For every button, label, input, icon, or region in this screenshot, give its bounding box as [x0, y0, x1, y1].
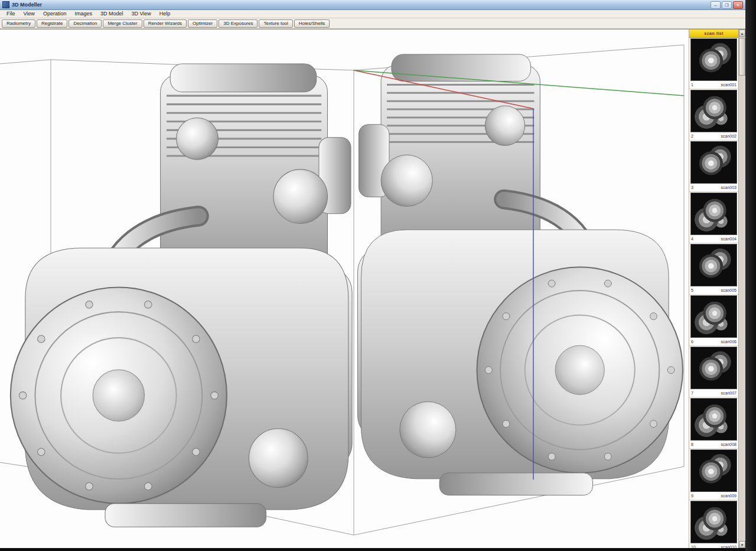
scan-thumbnail-caption: 8 scan008: [689, 441, 738, 448]
scan-thumbnail-caption: 6 scan006: [689, 338, 738, 345]
scan-thumbnail-image[interactable]: [690, 295, 737, 338]
toolbar-button[interactable]: Decimation: [69, 19, 102, 28]
scan-index: 4: [691, 237, 693, 241]
screen-bezel-bottom: [0, 548, 745, 551]
menu-item[interactable]: Images: [70, 10, 96, 18]
viewport-3d[interactable]: [0, 30, 689, 548]
screen: 3D Modeller – ❐ ✕ File View Operation Im…: [0, 0, 756, 551]
toolbar-button[interactable]: 3D Exposures: [219, 19, 258, 28]
viewport-canvas[interactable]: [0, 30, 689, 548]
scan-thumbnail-image[interactable]: [690, 244, 737, 286]
scan-index: 3: [691, 185, 693, 190]
scan-name: scan001: [721, 83, 737, 87]
scan-thumbnail-item[interactable]: 7 scan007: [689, 346, 738, 397]
window-controls: – ❐ ✕: [711, 1, 743, 9]
menu-item[interactable]: 3D Model: [96, 10, 128, 18]
scan-thumbnail-image[interactable]: [690, 398, 737, 441]
scan-name: scan009: [721, 494, 737, 498]
scan-name: scan002: [721, 134, 737, 138]
menu-bar: File View Operation Images 3D Model 3D V…: [0, 10, 745, 18]
menu-item[interactable]: Operation: [39, 10, 71, 18]
scan-thumbnail-image[interactable]: [690, 90, 737, 132]
scan-list-header[interactable]: scan list: [689, 30, 738, 38]
scan-index: 1: [691, 83, 693, 87]
app-window: 3D Modeller – ❐ ✕ File View Operation Im…: [0, 0, 746, 548]
menu-item[interactable]: Help: [155, 10, 175, 18]
scan-index: 7: [691, 391, 693, 395]
scan-name: scan006: [721, 340, 737, 344]
toolbar-button[interactable]: Merge Cluster: [103, 19, 142, 28]
scan-thumbnail-item[interactable]: 1 scan001: [689, 38, 738, 89]
screen-bezel-right: [745, 0, 756, 551]
scan-thumbnail-caption: 3 scan003: [689, 184, 738, 191]
scan-thumbnail-caption: 4 scan004: [689, 235, 738, 242]
scan-thumbnail-list: 1 scan001 2 scan002: [689, 38, 738, 548]
toolbar-button[interactable]: Radiometry: [2, 19, 35, 28]
menu-item[interactable]: 3D View: [127, 10, 155, 18]
scroll-up-arrow-icon[interactable]: ▲: [739, 30, 745, 37]
scan-name: scan003: [721, 185, 737, 190]
scan-name: scan007: [721, 391, 737, 395]
scan-thumbnail-item[interactable]: 8 scan008: [689, 397, 738, 449]
toolbar-button[interactable]: Optimizer: [188, 19, 217, 28]
scan-thumbnail-caption: 1 scan001: [689, 81, 738, 88]
scan-thumbnail-image[interactable]: [690, 449, 737, 492]
toolbar-button[interactable]: Registrate: [37, 19, 67, 28]
scrollbar-track[interactable]: [739, 37, 745, 541]
app-icon: [2, 1, 9, 8]
scan-thumbnail-caption: 9 scan009: [689, 492, 738, 499]
scan-thumbnail-image[interactable]: [690, 141, 737, 184]
scan-thumbnail-item[interactable]: 5 scan005: [689, 243, 738, 295]
scan-thumbnail-item[interactable]: 2 scan002: [689, 89, 738, 141]
toolbar-button[interactable]: Render Wizards: [144, 19, 187, 28]
scan-thumbnail-item[interactable]: 3 scan003: [689, 141, 738, 192]
scan-name: scan005: [721, 288, 737, 292]
panel-scrollbar[interactable]: ▲ ▼: [738, 30, 745, 548]
scan-thumbnail-image[interactable]: [690, 38, 737, 81]
toolbar: Radiometry Registrate Decimation Merge C…: [0, 18, 745, 29]
engine-model-left[interactable]: [11, 64, 352, 527]
scan-index: 2: [691, 134, 693, 138]
scan-list-panel: scan list 1 scan001: [689, 30, 738, 548]
scan-thumbnail-caption: 5 scan005: [689, 286, 738, 294]
scan-thumbnail-item[interactable]: 10 scan010: [689, 500, 738, 548]
engine-model-right[interactable]: [358, 54, 683, 495]
close-button[interactable]: ✕: [733, 1, 743, 9]
scan-thumbnail-image[interactable]: [690, 501, 737, 543]
title-bar[interactable]: 3D Modeller – ❐ ✕: [0, 0, 745, 10]
window-title: 3D Modeller: [12, 2, 711, 8]
scan-thumbnail-image[interactable]: [690, 193, 737, 235]
scan-thumbnail-caption: 2 scan002: [689, 132, 738, 139]
toolbar-button[interactable]: Holes/Shells: [294, 19, 330, 28]
minimize-button[interactable]: –: [711, 1, 721, 9]
scroll-down-arrow-icon[interactable]: ▼: [739, 541, 745, 548]
scan-index: 9: [691, 494, 693, 498]
scan-index: 8: [691, 442, 693, 446]
scan-name: scan008: [721, 442, 737, 446]
scan-name: scan004: [721, 237, 737, 241]
maximize-button[interactable]: ❐: [722, 1, 732, 9]
scan-thumbnail-item[interactable]: 9 scan009: [689, 449, 738, 500]
scan-thumbnail-image[interactable]: [690, 347, 737, 389]
main-content: scan list 1 scan001: [0, 29, 745, 548]
scan-thumbnail-item[interactable]: 4 scan004: [689, 192, 738, 243]
toolbar-button[interactable]: Texture tool: [259, 19, 292, 28]
scan-index: 6: [691, 340, 693, 344]
scan-thumbnail-caption: 7 scan007: [689, 389, 738, 396]
menu-item[interactable]: File: [2, 10, 19, 18]
scan-thumbnail-item[interactable]: 6 scan006: [689, 295, 738, 346]
scan-thumbnail-caption: 10 scan010: [689, 543, 738, 548]
scrollbar-thumb[interactable]: [739, 38, 745, 76]
menu-item[interactable]: View: [19, 10, 39, 18]
scan-index: 5: [691, 288, 693, 292]
